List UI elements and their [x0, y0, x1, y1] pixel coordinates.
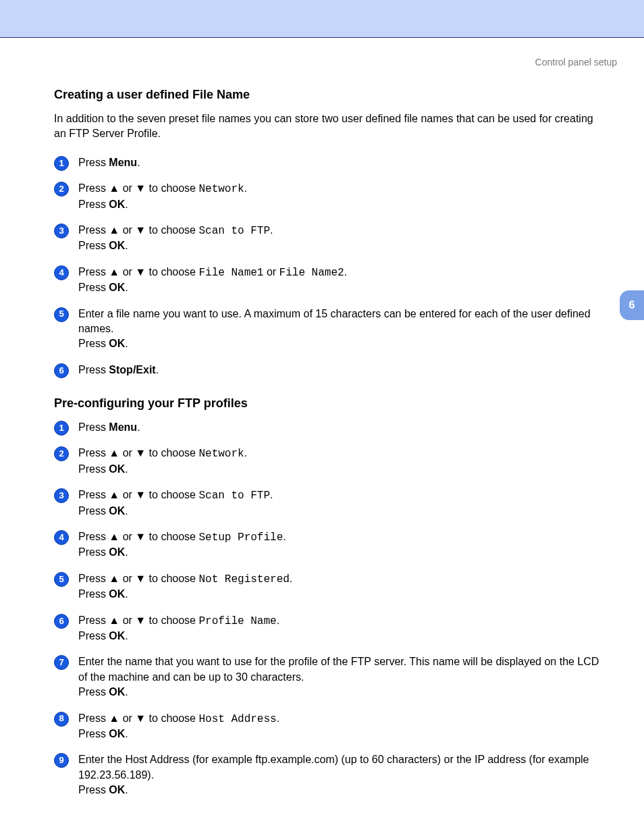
steps-file-name: 1 Press Menu. 2 Press ▲ or ▼ to choose N…	[54, 155, 608, 377]
step-text: Press ▲ or ▼ to choose Host Address.	[78, 712, 279, 724]
step-bullet: 9	[54, 753, 69, 768]
step-text: Press ▲ or ▼ to choose Profile Name.	[78, 615, 279, 626]
press-ok: Press OK.	[78, 338, 128, 349]
step-bullet: 8	[54, 712, 69, 727]
step-text: Press ▲ or ▼ to choose Network.	[78, 447, 247, 459]
press-ok: Press OK.	[78, 199, 128, 210]
step-text: Press ▲ or ▼ to choose File Name1 or Fil…	[78, 266, 347, 278]
step-3: 3 Press ▲ or ▼ to choose Scan to FTP. Pr…	[54, 488, 608, 519]
press-ok: Press OK.	[78, 240, 128, 251]
step-bullet: 1	[54, 421, 69, 436]
header-band	[0, 0, 644, 38]
step-text: Press ▲ or ▼ to choose Not Registered.	[78, 573, 292, 584]
step-7: 7 Enter the name that you want to use fo…	[54, 654, 608, 700]
step-bullet: 6	[54, 363, 69, 378]
step-bullet: 3	[54, 224, 69, 238]
press-ok: Press OK.	[78, 784, 128, 796]
press-ok: Press OK.	[78, 728, 128, 739]
step-5: 5 Press ▲ or ▼ to choose Not Registered.…	[54, 571, 608, 602]
step-3: 3 Press ▲ or ▼ to choose Scan to FTP. Pr…	[54, 223, 608, 254]
step-4: 4 Press ▲ or ▼ to choose File Name1 or F…	[54, 265, 608, 296]
step-text: Press ▲ or ▼ to choose Scan to FTP.	[78, 224, 273, 236]
step-2: 2 Press ▲ or ▼ to choose Network. Press …	[54, 446, 608, 477]
step-bullet: 2	[54, 182, 69, 197]
press-ok: Press OK.	[78, 630, 128, 642]
step-text: Press Menu.	[78, 421, 140, 433]
step-bullet: 5	[54, 572, 69, 587]
step-1: 1 Press Menu.	[54, 420, 608, 435]
press-ok: Press OK.	[78, 282, 128, 293]
press-ok: Press OK.	[78, 463, 128, 475]
step-bullet: 3	[54, 488, 69, 503]
step-bullet: 7	[54, 655, 69, 670]
step-bullet: 6	[54, 614, 69, 629]
heading-file-name: Creating a user defined File Name	[54, 88, 608, 102]
press-ok: Press OK.	[78, 588, 128, 600]
step-text: Enter the Host Address (for example ftp.…	[78, 754, 589, 780]
step-text: Press ▲ or ▼ to choose Scan to FTP.	[78, 489, 273, 500]
step-text: Enter a file name you want to use. A max…	[78, 308, 591, 334]
step-2: 2 Press ▲ or ▼ to choose Network. Press …	[54, 181, 608, 212]
step-text: Enter the name that you want to use for …	[78, 656, 599, 682]
breadcrumb: Control panel setup	[0, 57, 617, 68]
step-5: 5 Enter a file name you want to use. A m…	[54, 307, 608, 352]
step-bullet: 4	[54, 265, 69, 280]
press-ok: Press OK.	[78, 546, 128, 558]
step-bullet: 4	[54, 530, 69, 545]
steps-ftp-profiles: 1 Press Menu. 2 Press ▲ or ▼ to choose N…	[54, 420, 608, 798]
step-text: Press ▲ or ▼ to choose Network.	[78, 182, 247, 194]
intro-file-name: In addition to the seven preset file nam…	[54, 111, 608, 142]
step-8: 8 Press ▲ or ▼ to choose Host Address. P…	[54, 711, 608, 742]
step-text: Press Menu.	[78, 157, 140, 168]
step-6: 6 Press Stop/Exit.	[54, 363, 608, 377]
step-4: 4 Press ▲ or ▼ to choose Setup Profile. …	[54, 529, 608, 561]
press-ok: Press OK.	[78, 686, 128, 698]
press-ok: Press OK.	[78, 505, 128, 517]
step-9: 9 Enter the Host Address (for example ft…	[54, 752, 608, 798]
step-text: Press ▲ or ▼ to choose Setup Profile.	[78, 531, 286, 542]
heading-ftp-profiles: Pre-configuring your FTP profiles	[54, 396, 608, 411]
step-text: Press Stop/Exit.	[78, 364, 159, 375]
step-bullet: 1	[54, 156, 69, 171]
step-6: 6 Press ▲ or ▼ to choose Profile Name. P…	[54, 613, 608, 644]
step-1: 1 Press Menu.	[54, 155, 608, 170]
step-bullet: 5	[54, 307, 69, 322]
step-bullet: 2	[54, 446, 69, 461]
